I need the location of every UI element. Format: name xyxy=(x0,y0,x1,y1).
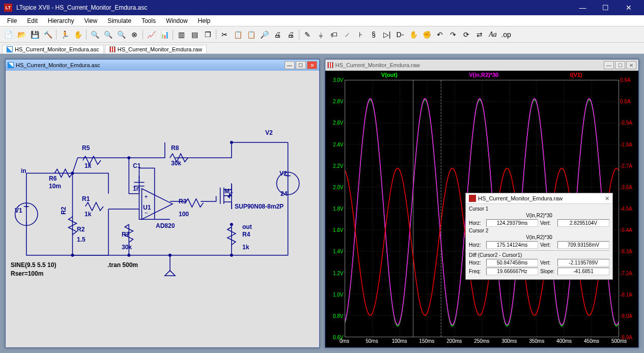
zoom-fit-icon[interactable]: ⊗ xyxy=(128,28,141,41)
m1-label[interactable]: M1 xyxy=(225,188,233,195)
maximize-button[interactable]: ☐ xyxy=(594,0,617,15)
menu-file[interactable]: File xyxy=(2,16,22,25)
wire-icon[interactable]: ✎ xyxy=(301,28,314,41)
paste-icon[interactable]: 📋 xyxy=(245,28,257,41)
zoom-in-icon[interactable]: 🔍 xyxy=(89,28,101,41)
u1-value[interactable]: AD820 xyxy=(156,222,175,229)
r2-label[interactable]: R2 xyxy=(60,207,67,214)
zoom-pan-icon[interactable]: 🔍 xyxy=(102,28,114,41)
cursor1-vert-value[interactable]: 2.8295104V xyxy=(557,219,609,227)
menu-window[interactable]: Window xyxy=(161,16,193,25)
waveform-window-titlebar[interactable]: HS_Current_Monitor_Emdura.raw — ☐ ✕ xyxy=(325,60,639,71)
cursor2-horz-value[interactable]: 175.14124ms xyxy=(486,241,538,249)
save-icon[interactable]: 💾 xyxy=(29,28,41,41)
r2-value[interactable]: 1.5 xyxy=(77,236,86,243)
text-icon[interactable]: Aa xyxy=(487,28,499,41)
diode-icon[interactable]: ▷| xyxy=(381,28,393,41)
ground-icon[interactable]: ⏚ xyxy=(315,28,327,41)
mirror-icon[interactable]: ⇄ xyxy=(473,28,486,41)
halt-icon[interactable]: ✋ xyxy=(72,28,84,41)
child-close-button[interactable]: ✕ xyxy=(307,61,317,69)
menu-hierarchy[interactable]: Hierarchy xyxy=(43,16,79,25)
r1-value[interactable]: 1k xyxy=(85,211,91,218)
cursor2-vert-value[interactable]: 709.93158mV xyxy=(557,241,609,249)
diff-horz-value[interactable]: 50.847458ms xyxy=(486,259,538,267)
r4-label[interactable]: R4 xyxy=(242,231,250,238)
undo-icon[interactable]: ↶ xyxy=(434,28,446,41)
schematic-canvas[interactable]: + − xyxy=(6,71,319,347)
cursor-readout-window[interactable]: HS_Current_Monitor_Emdura.raw ✕ Cursor 1… xyxy=(465,193,613,280)
new-schematic-icon[interactable]: 📄 xyxy=(2,28,14,41)
net-out-label[interactable]: out xyxy=(242,223,252,230)
cursor1-horz-value[interactable]: 124.29379ms xyxy=(486,219,538,227)
print-setup-icon[interactable]: 🖨 xyxy=(285,28,297,41)
label-icon[interactable]: 🏷 xyxy=(328,28,340,41)
y-axis-right[interactable]: 0.9A0.0A-0.9A-1.8A-2.7A-3.6A-4.5A-5.4A-6… xyxy=(619,80,638,337)
tran-directive[interactable]: .tran 500m xyxy=(107,261,138,269)
diff-freq-value[interactable]: 19.666667Hz xyxy=(486,268,538,275)
schematic-window-titlebar[interactable]: HS_Current_Monitor_Emdura.asc — ☐ ✕ xyxy=(6,60,319,71)
v2-net-label[interactable]: V2 xyxy=(265,129,273,136)
inductor-icon[interactable]: § xyxy=(368,28,380,41)
v2-value[interactable]: 24 xyxy=(281,190,287,197)
c1-label[interactable]: C1 xyxy=(133,162,141,169)
capacitor-icon[interactable]: ⊦ xyxy=(354,28,367,41)
child-minimize-button[interactable]: — xyxy=(285,61,295,69)
add-trace-icon[interactable]: 📊 xyxy=(158,28,171,41)
sine-directive[interactable]: SINE(9.5 5.5 10) xyxy=(11,261,56,269)
zoom-out-icon[interactable]: 🔍 xyxy=(115,28,127,41)
run-icon[interactable]: 🏃 xyxy=(59,28,71,41)
trace-iv1-label[interactable]: I(V1) xyxy=(570,72,582,78)
rotate-icon[interactable]: ⟳ xyxy=(460,28,472,41)
menu-help[interactable]: Help xyxy=(193,16,216,25)
y-axis-left[interactable]: 3.0V2.8V2.6V2.4V2.2V2.0V1.8V1.6V1.4V1.2V… xyxy=(325,80,345,337)
r5-value[interactable]: 1k xyxy=(85,162,91,169)
r7-label[interactable]: R7 xyxy=(122,231,129,238)
r7-value[interactable]: 30k xyxy=(122,244,132,251)
cut-icon[interactable]: ✂ xyxy=(218,28,231,41)
menu-simulate[interactable]: Simulate xyxy=(102,16,136,25)
cursor-window-titlebar[interactable]: HS_Current_Monitor_Emdura.raw ✕ xyxy=(466,193,612,204)
cursor-close-icon[interactable]: ✕ xyxy=(605,195,609,202)
m1-value[interactable]: SUP90N08-8m2P xyxy=(235,203,284,210)
trace-vinr2-label[interactable]: V(in,R2)*30 xyxy=(469,72,498,78)
r5-label[interactable]: R5 xyxy=(82,144,90,152)
u1-label[interactable]: U1 xyxy=(143,204,151,211)
open-icon[interactable]: 📂 xyxy=(15,28,27,41)
redo-icon[interactable]: ↷ xyxy=(447,28,459,41)
spice-directive-icon[interactable]: .op xyxy=(500,28,512,41)
find-icon[interactable]: 🔎 xyxy=(258,28,270,41)
component-icon[interactable]: D- xyxy=(394,28,406,41)
menu-tools[interactable]: Tools xyxy=(136,16,161,25)
move-icon[interactable]: ✋ xyxy=(407,28,419,41)
r8-label[interactable]: R8 xyxy=(171,144,179,152)
diff-vert-value[interactable]: -2.1195789V xyxy=(557,259,609,267)
v1-label[interactable]: V1 xyxy=(15,207,22,214)
v2-label[interactable]: V2 xyxy=(279,170,287,177)
r8-value[interactable]: 30k xyxy=(171,160,181,167)
r4-value[interactable]: 1k xyxy=(242,244,249,251)
tile-v-icon[interactable]: ▥ xyxy=(175,28,187,41)
autorange-icon[interactable]: 📈 xyxy=(145,28,157,41)
rser-directive[interactable]: Rser=100m xyxy=(11,270,43,277)
child-maximize-button[interactable]: ☐ xyxy=(615,61,625,69)
r3-value[interactable]: 100 xyxy=(179,211,189,218)
c1-value[interactable]: 1n xyxy=(133,185,140,192)
menu-edit[interactable]: Edit xyxy=(22,16,43,25)
r2-label2[interactable]: R2 xyxy=(77,226,85,233)
drag-icon[interactable]: ✊ xyxy=(421,28,433,41)
r3-label[interactable]: R3 xyxy=(179,198,186,205)
waveform-canvas[interactable]: V(out) V(in,R2)*30 I(V1) 3.0V2.8V2.6V2.4… xyxy=(325,71,639,347)
minimize-button[interactable]: — xyxy=(571,0,594,15)
r1-label[interactable]: R1 xyxy=(82,195,90,202)
child-close-button[interactable]: ✕ xyxy=(626,61,636,69)
child-maximize-button[interactable]: ☐ xyxy=(296,61,306,69)
r6-value[interactable]: 10m xyxy=(49,183,61,190)
diff-slope-value[interactable]: -41.6851 xyxy=(557,268,609,275)
resistor-icon[interactable]: ⟋ xyxy=(341,28,353,41)
tile-h-icon[interactable]: ▤ xyxy=(188,28,201,41)
child-minimize-button[interactable]: — xyxy=(604,61,614,69)
net-in-label[interactable]: in xyxy=(21,167,26,174)
copy-icon[interactable]: 📋 xyxy=(232,28,244,41)
tab-waveform[interactable]: HS_Current_Monitor_Emdura.raw xyxy=(105,45,207,53)
